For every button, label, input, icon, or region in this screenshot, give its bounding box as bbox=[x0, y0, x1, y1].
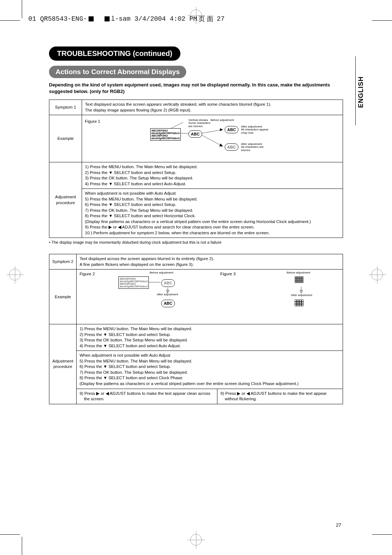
page-number: 27 bbox=[336, 522, 341, 528]
language-tab: ENGLISH bbox=[357, 76, 365, 108]
figure1-label: Figure 1 bbox=[85, 119, 107, 159]
example1-cell: Figure 1 Vertical streaks Before adjustm… bbox=[82, 115, 343, 162]
file-name: 01 QR58543-ENG- bbox=[28, 15, 87, 23]
black-square-icon bbox=[105, 16, 110, 21]
adjustment-header: Adjustment procedure bbox=[49, 162, 82, 238]
page-mark: 27 bbox=[217, 15, 225, 23]
symptom1-header: Symptom 1 bbox=[49, 100, 82, 115]
adjustment2-header: Adjustment procedure bbox=[49, 324, 77, 404]
symptom2-text: Text displayed across the screen appears… bbox=[77, 254, 343, 270]
black-square-icon bbox=[89, 16, 94, 21]
grid-sharp-icon bbox=[295, 300, 303, 306]
procedure2a: 1) Press the MENU button. The Main Menu … bbox=[77, 324, 343, 351]
example2-cell-b: Figure 3 Before adjustment After adjus bbox=[217, 270, 343, 324]
figure3-label: Figure 3 bbox=[220, 271, 240, 322]
procedure1b: When adjustment is not possible with Aut… bbox=[82, 189, 343, 238]
procedure2b: When adjustment is not possible with Aut… bbox=[77, 351, 343, 389]
section-title: TROUBLESHOOTING (continued) bbox=[49, 46, 180, 61]
symptom1-text: Text displayed across the screen appears… bbox=[82, 100, 343, 115]
procedure1a: 1) Press the MENU button. The Main Menu … bbox=[82, 162, 343, 189]
example-header: Example bbox=[49, 115, 82, 162]
example2-header: Example bbox=[49, 270, 77, 324]
symptom1-table: Symptom 1 Text displayed across the scre… bbox=[49, 100, 343, 238]
figure2-label: Figure 2 bbox=[79, 271, 99, 322]
section-subtitle: Actions to Correct Abnormal Displays bbox=[49, 66, 186, 78]
symptom2-header: Symptom 2 bbox=[49, 254, 77, 270]
file-date: l-sam 3/4/2004 4:02 PM bbox=[111, 15, 197, 23]
figure1-diagram: Vertical streaks Before adjustment Some … bbox=[114, 119, 295, 159]
symptom2-table: Symptom 2 Text displayed across the scre… bbox=[49, 254, 343, 404]
figure3-diagram: Before adjustment After adjustment bbox=[244, 271, 331, 322]
grid-blur-icon bbox=[295, 276, 303, 283]
figure2-diagram: Before adjustment ABCDEFGHIJ abcdefgABCD… bbox=[103, 271, 212, 322]
side-rule bbox=[355, 56, 356, 125]
footnote1: • The display image may be momentarily d… bbox=[49, 240, 343, 244]
procedure2c-left: 9) Press ▶ or ◀ ADJUST buttons to make t… bbox=[77, 389, 217, 404]
intro-text: Depending on the kind of system equipmen… bbox=[49, 82, 343, 94]
svg-line-4 bbox=[201, 135, 223, 146]
svg-line-2 bbox=[201, 130, 223, 133]
svg-marker-3 bbox=[220, 128, 223, 131]
file-header: 01 QR58543-ENG- l-sam 3/4/2004 4:02 PM 页… bbox=[28, 15, 225, 23]
example2-cell-a: Figure 2 Before adjustment ABCDEFGHIJ ab… bbox=[77, 270, 217, 324]
procedure2c-right: 9) Press ▶ or ◀ ADJUST buttons to make t… bbox=[217, 389, 343, 404]
svg-marker-5 bbox=[219, 143, 223, 146]
